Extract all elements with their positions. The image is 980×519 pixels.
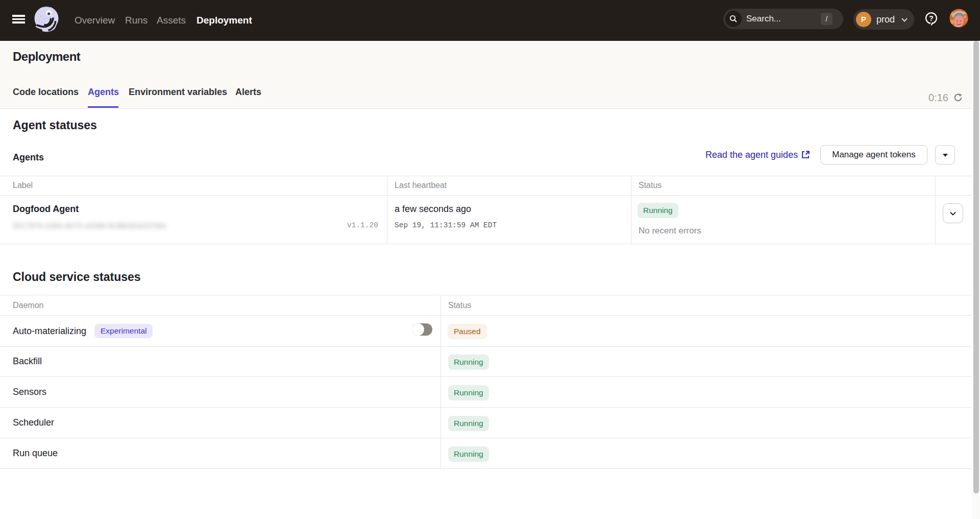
svg-text:?: ? — [929, 14, 934, 22]
